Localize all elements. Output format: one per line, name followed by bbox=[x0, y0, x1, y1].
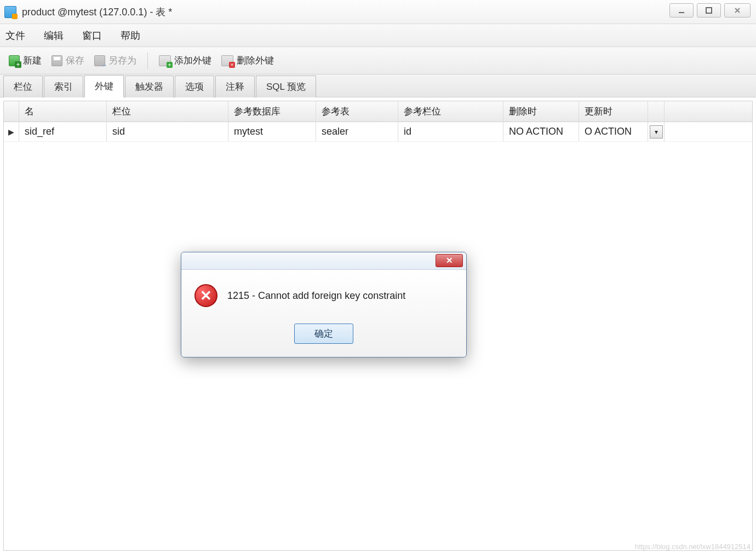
new-label: 新建 bbox=[23, 54, 42, 67]
add-fk-label: 添加外键 bbox=[174, 54, 211, 67]
add-fk-icon bbox=[159, 55, 171, 66]
cell-reftable[interactable]: sealer bbox=[316, 122, 398, 141]
menu-help[interactable]: 帮助 bbox=[121, 29, 140, 42]
new-button[interactable]: 新建 bbox=[5, 52, 45, 69]
error-icon: ✕ bbox=[194, 284, 217, 307]
header-ondelete[interactable]: 删除时 bbox=[503, 101, 579, 122]
menu-file[interactable]: 文件 bbox=[5, 29, 25, 42]
cell-refcol[interactable]: id bbox=[398, 122, 503, 141]
menu-window[interactable]: 窗口 bbox=[82, 29, 102, 42]
saveas-icon bbox=[94, 55, 105, 66]
add-fk-button[interactable]: 添加外键 bbox=[156, 52, 215, 69]
minimize-button[interactable] bbox=[669, 3, 694, 18]
window-controls bbox=[669, 0, 756, 18]
saveas-button[interactable]: 另存为 bbox=[91, 52, 140, 69]
app-icon bbox=[4, 6, 16, 18]
save-button[interactable]: 保存 bbox=[48, 52, 88, 69]
save-icon bbox=[51, 55, 62, 66]
toolbar-separator bbox=[147, 53, 148, 69]
close-icon: ✕ bbox=[446, 256, 453, 266]
window-title: product @mytest (127.0.0.1) - 表 * bbox=[22, 5, 172, 19]
tab-columns[interactable]: 栏位 bbox=[3, 76, 43, 97]
dialog-close-button[interactable]: ✕ bbox=[436, 254, 463, 267]
close-button[interactable] bbox=[724, 3, 751, 18]
cell-dropdown[interactable]: ▾ bbox=[648, 122, 665, 141]
cell-onupdate[interactable]: O ACTION bbox=[579, 122, 648, 141]
toolbar: 新建 保存 另存为 添加外键 删除外键 bbox=[0, 47, 756, 74]
header-field[interactable]: 栏位 bbox=[107, 101, 228, 122]
table-header: 名 栏位 参考数据库 参考表 参考栏位 删除时 更新时 bbox=[4, 101, 752, 122]
menu-edit[interactable]: 编辑 bbox=[44, 29, 64, 42]
tabs: 栏位 索引 外键 触发器 选项 注释 SQL 预览 bbox=[0, 74, 756, 97]
tab-foreign-keys[interactable]: 外键 bbox=[84, 75, 124, 97]
header-name[interactable]: 名 bbox=[19, 101, 107, 122]
header-dropdown bbox=[648, 101, 665, 122]
dialog-titlebar: ✕ bbox=[181, 252, 466, 270]
dialog-body: ✕ 1215 - Cannot add foreign key constrai… bbox=[181, 270, 466, 357]
save-label: 保存 bbox=[66, 54, 84, 67]
new-icon bbox=[9, 55, 20, 66]
cell-ondelete[interactable]: NO ACTION bbox=[503, 122, 579, 141]
header-refcol[interactable]: 参考栏位 bbox=[398, 101, 503, 122]
dialog-message: 1215 - Cannot add foreign key constraint bbox=[227, 290, 405, 302]
table-row[interactable]: ▶ sid_ref sid mytest sealer id NO ACTION… bbox=[4, 122, 752, 142]
tab-indexes[interactable]: 索引 bbox=[44, 76, 83, 97]
error-dialog: ✕ ✕ 1215 - Cannot add foreign key constr… bbox=[181, 252, 467, 357]
cell-field[interactable]: sid bbox=[107, 122, 228, 141]
row-marker-header bbox=[4, 101, 19, 122]
dialog-ok-button[interactable]: 确定 bbox=[294, 324, 353, 344]
header-reftable[interactable]: 参考表 bbox=[316, 101, 398, 122]
header-onupdate[interactable]: 更新时 bbox=[579, 101, 648, 122]
cell-name[interactable]: sid_ref bbox=[19, 122, 107, 141]
menubar: 文件 编辑 窗口 帮助 bbox=[0, 24, 756, 47]
row-marker-icon: ▶ bbox=[4, 122, 19, 141]
svg-rect-0 bbox=[679, 12, 684, 13]
tab-sql-preview[interactable]: SQL 预览 bbox=[256, 76, 316, 97]
tab-triggers[interactable]: 触发器 bbox=[125, 76, 174, 97]
delete-fk-label: 删除外键 bbox=[237, 54, 274, 67]
maximize-button[interactable] bbox=[697, 3, 721, 18]
svg-rect-1 bbox=[706, 8, 712, 13]
header-refdb[interactable]: 参考数据库 bbox=[228, 101, 316, 122]
cell-refdb[interactable]: mytest bbox=[228, 122, 316, 141]
saveas-label: 另存为 bbox=[108, 54, 136, 67]
titlebar: product @mytest (127.0.0.1) - 表 * bbox=[0, 0, 756, 24]
chevron-down-icon[interactable]: ▾ bbox=[650, 125, 663, 138]
tab-comment[interactable]: 注释 bbox=[215, 76, 255, 97]
delete-fk-button[interactable]: 删除外键 bbox=[218, 52, 277, 69]
tab-options[interactable]: 选项 bbox=[175, 76, 214, 97]
delete-fk-icon bbox=[221, 55, 233, 66]
